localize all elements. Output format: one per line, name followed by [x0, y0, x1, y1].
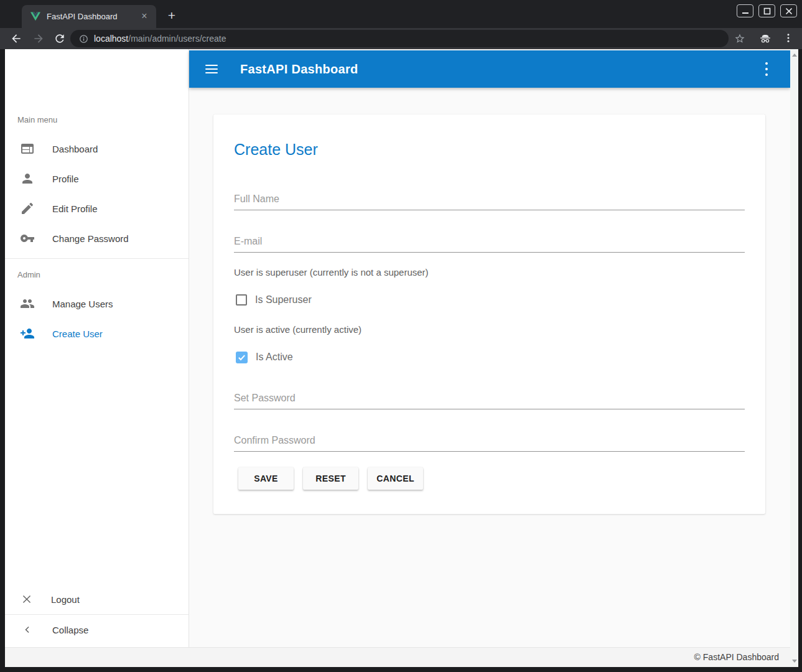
sidebar-item-profile[interactable]: Profile	[5, 164, 189, 194]
full-name-field	[234, 188, 745, 210]
web-icon	[20, 141, 35, 156]
checkbox-label: Is Superuser	[255, 294, 312, 306]
copyright-text: © FastAPI Dashboard	[694, 652, 779, 662]
browser-tab-strip: FastAPI Dashboard × +	[0, 0, 802, 28]
incognito-icon	[758, 32, 772, 45]
key-icon	[20, 231, 35, 246]
sidebar-item-label: Collapse	[52, 625, 88, 635]
address-bar[interactable]: localhost/main/admin/users/create	[70, 30, 729, 47]
sidebar-item-label: Edit Profile	[52, 203, 98, 214]
sidebar-item-label: Create User	[52, 329, 103, 339]
browser-toolbar: localhost/main/admin/users/create	[0, 28, 802, 49]
email-field	[234, 230, 745, 253]
save-button[interactable]: SAVE	[238, 467, 294, 490]
app-bar: FastAPI Dashboard	[189, 50, 790, 88]
url-text: localhost/main/admin/users/create	[94, 34, 226, 44]
vertical-scrollbar[interactable]	[790, 49, 798, 667]
set-password-input[interactable]	[234, 387, 745, 409]
sidebar-item-label: Dashboard	[52, 144, 98, 154]
appbar-kebab-icon[interactable]	[762, 62, 772, 76]
sidebar-item-label: Logout	[51, 594, 80, 605]
window-maximize-button[interactable]	[758, 4, 775, 17]
close-icon	[20, 592, 34, 606]
browser-tab[interactable]: FastAPI Dashboard ×	[22, 5, 156, 28]
sidebar-item-create-user[interactable]: Create User	[5, 319, 189, 348]
bookmark-star-icon[interactable]	[734, 33, 745, 44]
app-title: FastAPI Dashboard	[240, 62, 358, 77]
sidebar-item-label: Manage Users	[52, 299, 113, 309]
url-path: /main/admin/users/create	[128, 34, 226, 44]
site-info-icon[interactable]	[79, 34, 88, 44]
page-content: Main menu Dashboard Profile Edit Profile…	[5, 49, 798, 667]
hamburger-menu-icon[interactable]	[205, 65, 218, 73]
sidebar-item-label: Change Password	[52, 233, 129, 244]
sidebar-item-manage-users[interactable]: Manage Users	[5, 289, 189, 319]
sidebar-item-edit-profile[interactable]: Edit Profile	[5, 194, 189, 223]
sidebar-divider	[5, 258, 189, 259]
checkbox-unchecked-icon[interactable]	[236, 294, 247, 306]
tab-close-icon[interactable]: ×	[139, 11, 150, 22]
sidebar-section-main-menu: Main menu	[17, 115, 57, 124]
sidebar-item-logout[interactable]: Logout	[5, 584, 189, 614]
is-active-checkbox[interactable]: Is Active	[236, 351, 293, 363]
sidebar-item-dashboard[interactable]: Dashboard	[5, 134, 189, 164]
person-add-icon	[20, 326, 35, 341]
scrollbar-up-arrow-icon[interactable]	[792, 54, 797, 57]
people-icon	[20, 296, 35, 311]
sidebar-section-admin: Admin	[17, 270, 40, 279]
person-icon	[20, 171, 35, 186]
reset-button[interactable]: RESET	[303, 467, 358, 490]
confirm-password-input[interactable]	[234, 429, 745, 452]
scrollbar-down-arrow-icon[interactable]	[792, 660, 797, 663]
page-footer: © FastAPI Dashboard	[5, 647, 790, 667]
set-password-field	[234, 387, 745, 409]
superuser-hint: User is superuser (currently is not a su…	[234, 267, 429, 278]
browser-menu-kebab-icon[interactable]	[783, 32, 794, 44]
new-tab-button[interactable]: +	[163, 7, 180, 25]
window-minimize-button[interactable]	[737, 4, 753, 17]
vue-logo-icon	[30, 12, 40, 21]
checkbox-label: Is Active	[256, 352, 293, 363]
sidebar-item-label: Profile	[52, 174, 79, 184]
sidebar: Main menu Dashboard Profile Edit Profile…	[5, 49, 189, 647]
cancel-button[interactable]: CANCEL	[368, 467, 423, 490]
confirm-password-field	[234, 429, 745, 452]
chevron-left-icon	[21, 623, 34, 636]
form-actions: SAVE RESET CANCEL	[238, 467, 423, 490]
forward-icon[interactable]	[32, 32, 45, 45]
window-controls	[737, 4, 797, 17]
checkbox-checked-icon[interactable]	[236, 352, 248, 363]
create-user-card: Create User User is superuser (currently…	[213, 114, 765, 514]
email-input[interactable]	[234, 230, 745, 253]
window-close-button[interactable]	[780, 4, 797, 17]
url-host: localhost	[94, 34, 128, 44]
back-icon[interactable]	[10, 32, 22, 45]
sidebar-item-collapse[interactable]: Collapse	[5, 615, 189, 645]
pencil-icon	[20, 201, 35, 216]
is-superuser-checkbox[interactable]: Is Superuser	[236, 294, 312, 306]
tab-title: FastAPI Dashboard	[47, 12, 139, 21]
full-name-input[interactable]	[234, 188, 745, 210]
sidebar-item-change-password[interactable]: Change Password	[5, 223, 189, 253]
form-title: Create User	[234, 141, 318, 159]
reload-icon[interactable]	[54, 32, 66, 45]
active-hint: User is active (currently active)	[234, 324, 361, 335]
